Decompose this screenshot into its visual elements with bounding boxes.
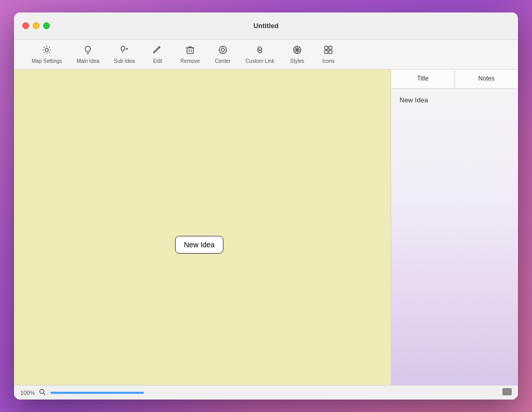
svg-rect-1	[187, 48, 193, 54]
styles-label: Styles	[290, 58, 304, 64]
maximize-button[interactable]	[43, 22, 50, 29]
traffic-lights	[22, 22, 50, 29]
gear-icon	[42, 45, 52, 57]
sidebar-tab-notes[interactable]: Notes	[455, 70, 518, 88]
minimize-button[interactable]	[33, 22, 39, 29]
icons-icon	[323, 45, 334, 57]
zoom-icon	[39, 389, 46, 397]
icons-label: Icons	[322, 58, 335, 64]
svg-point-9	[40, 389, 44, 393]
toolbar-custom-link[interactable]: Custom Link	[238, 43, 282, 66]
mind-node[interactable]: New Idea	[175, 236, 223, 254]
main-content: New Idea Title Notes New Idea	[14, 70, 518, 385]
edit-label: Edit	[153, 58, 162, 64]
sub-idea-label: Sub Idea	[114, 58, 135, 64]
svg-point-2	[221, 48, 224, 51]
custom-link-label: Custom Link	[246, 58, 275, 64]
center-icon	[218, 45, 228, 57]
titlebar: Untitled	[14, 12, 518, 39]
svg-point-3	[219, 46, 227, 54]
statusbar-photo-icon	[502, 388, 512, 395]
svg-rect-6	[329, 46, 332, 49]
app-window: Untitled Map Settings Main Idea	[14, 12, 518, 400]
trash-icon	[185, 45, 195, 57]
center-label: Center	[215, 58, 231, 64]
toolbar-main-idea[interactable]: Main Idea	[69, 43, 107, 66]
zoom-level: 100%	[20, 390, 35, 396]
toolbar: Map Settings Main Idea Sub Idea	[14, 39, 518, 70]
svg-point-0	[45, 48, 48, 51]
statusbar-right	[502, 388, 512, 397]
sub-bulb-icon	[119, 45, 129, 57]
toolbar-edit[interactable]: Edit	[142, 43, 173, 66]
sidebar-entry: New Idea	[396, 94, 513, 106]
window-title: Untitled	[254, 22, 278, 30]
remove-label: Remove	[180, 58, 200, 64]
link-icon	[255, 45, 265, 57]
close-button[interactable]	[22, 22, 29, 29]
toolbar-sub-idea[interactable]: Sub Idea	[107, 43, 142, 66]
sidebar-content: New Idea	[391, 89, 518, 385]
toolbar-center[interactable]: Center	[207, 43, 238, 66]
map-settings-label: Map Settings	[32, 58, 62, 64]
pencil-icon	[152, 45, 163, 57]
main-idea-label: Main Idea	[76, 58, 99, 64]
sidebar-header: Title Notes	[391, 70, 518, 89]
svg-rect-8	[329, 50, 332, 54]
sidebar: Title Notes New Idea	[391, 70, 518, 385]
styles-icon	[292, 45, 302, 57]
svg-rect-7	[325, 50, 328, 54]
zoom-slider[interactable]	[50, 392, 144, 394]
zoom-slider-fill	[50, 392, 144, 394]
svg-rect-5	[325, 46, 328, 49]
toolbar-styles[interactable]: Styles	[282, 43, 313, 66]
toolbar-remove[interactable]: Remove	[173, 43, 207, 66]
bulb-icon	[83, 45, 93, 57]
canvas-area[interactable]: New Idea	[14, 70, 391, 385]
toolbar-icons[interactable]: Icons	[313, 43, 344, 66]
statusbar: 100%	[14, 385, 518, 400]
sidebar-tab-title[interactable]: Title	[391, 70, 455, 88]
toolbar-map-settings[interactable]: Map Settings	[24, 43, 69, 66]
